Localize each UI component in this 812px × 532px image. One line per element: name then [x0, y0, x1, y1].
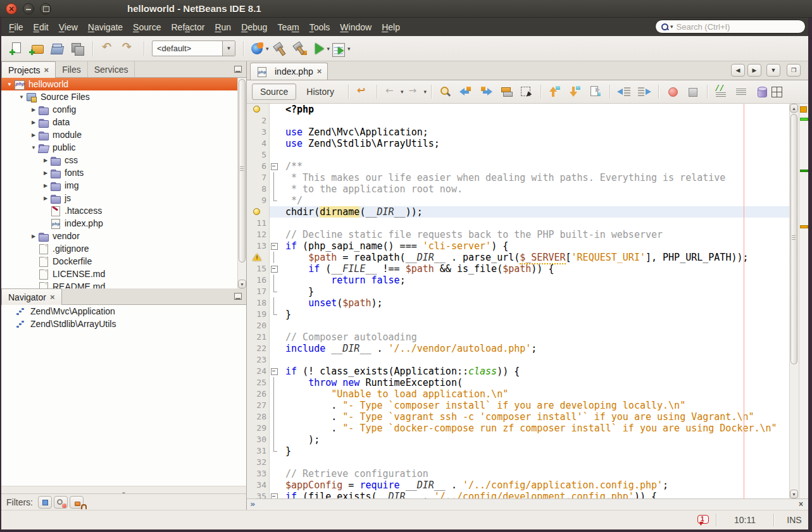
scroll-tabs-left-button[interactable]: ◀	[731, 64, 745, 77]
tree-item-helloworld[interactable]: ▼helloworld	[1, 78, 246, 90]
tree-item-data[interactable]: ▶data	[1, 116, 246, 128]
history-view-button[interactable]: History	[299, 84, 342, 99]
tree-scroll-down-button[interactable]: ▼	[238, 280, 246, 288]
gutter-line-1[interactable]	[247, 104, 270, 115]
code-line-14[interactable]: $path = realpath(__DIR__ . parse_url($_S…	[247, 252, 789, 263]
splitter-icon[interactable]	[770, 85, 784, 98]
gutter-line-23[interactable]: 23	[247, 354, 270, 366]
tree-item-img[interactable]: ▶img	[1, 179, 246, 192]
filter-show-access-modifiers-button[interactable]	[70, 496, 84, 509]
navigator-collapse-strip[interactable]: ▼	[1, 486, 246, 493]
next-bookmark-button[interactable]	[566, 82, 585, 101]
code-fold-toggle[interactable]	[270, 161, 278, 172]
shift-line-left-button[interactable]	[615, 82, 634, 101]
build-button[interactable]	[270, 39, 289, 58]
undo-button[interactable]	[99, 39, 118, 58]
configuration-combo[interactable]: <default>▼	[152, 40, 235, 56]
code-line-22[interactable]: 22include __DIR__ . '/../vendor/autoload…	[247, 343, 789, 354]
gutter-line-2[interactable]: 2	[247, 115, 270, 127]
new-project-button[interactable]	[27, 39, 46, 58]
editor-scroll-down-button[interactable]: ▼	[790, 490, 798, 498]
code-fold-toggle[interactable]	[270, 491, 278, 498]
breadcrumb-close-icon[interactable]: ×	[799, 500, 803, 509]
code-line-21[interactable]: 21// Composer autoloading	[247, 331, 789, 343]
collapsed-arrow-icon[interactable]: ▶	[41, 170, 50, 176]
stripe-mark-green-small[interactable]	[800, 170, 808, 172]
open-project-button[interactable]	[47, 39, 66, 58]
code-area[interactable]: <?php23use Zend\Mvc\Application;4use Zen…	[247, 104, 789, 498]
rectangular-selection-button[interactable]	[517, 82, 536, 101]
close-icon[interactable]: ×	[50, 294, 55, 300]
editor-scrollbar[interactable]: ▲ ▼	[789, 104, 799, 498]
quick-search-box[interactable]: ▾	[655, 20, 806, 34]
close-icon[interactable]: ×	[44, 67, 49, 73]
debug-button[interactable]: ▾	[331, 39, 351, 58]
scroll-tabs-right-button[interactable]: ▶	[747, 64, 761, 77]
filter-sort-by-source-button[interactable]	[54, 496, 68, 509]
clean-build-button[interactable]	[290, 39, 309, 58]
menu-view[interactable]: View	[54, 20, 83, 35]
editor-scroll-up-button[interactable]: ▲	[790, 104, 798, 113]
start-macro-recording-button[interactable]	[663, 82, 682, 101]
gutter-line-21[interactable]: 21	[247, 331, 270, 343]
tree-item-dockerfile[interactable]: Dockerfile	[1, 255, 246, 268]
code-line-31[interactable]: 31}	[247, 445, 789, 457]
redo-button[interactable]	[119, 39, 138, 58]
hint-bulb-icon[interactable]	[253, 208, 260, 215]
search-input[interactable]	[677, 22, 790, 32]
code-line-32[interactable]: 32	[247, 457, 789, 468]
gutter-line-32[interactable]: 32	[247, 457, 270, 468]
gutter-line-8[interactable]: 8	[247, 183, 270, 195]
tree-item-fonts[interactable]: ▶fonts	[1, 166, 246, 179]
gutter-line-4[interactable]: 4	[247, 138, 270, 149]
stripe-mark-warning[interactable]	[800, 225, 808, 228]
toggle-bookmark-button[interactable]	[586, 82, 605, 101]
find-previous-button[interactable]	[456, 82, 475, 101]
code-line-17[interactable]: 17 }	[247, 286, 789, 297]
menu-window[interactable]: Window	[335, 20, 377, 35]
gutter-line-27[interactable]: 27	[247, 400, 270, 411]
expanded-arrow-icon[interactable]: ▼	[17, 94, 26, 100]
tab-index-php[interactable]: index.php ×	[250, 63, 328, 80]
gutter-line-7[interactable]: 7	[247, 172, 270, 183]
collapsed-arrow-icon[interactable]: ▶	[41, 195, 50, 201]
tree-item--gitignore[interactable]: .gitignore	[1, 242, 246, 255]
gutter-line-29[interactable]: 29	[247, 423, 270, 434]
comment-button[interactable]	[712, 82, 731, 101]
gutter-line-10[interactable]	[247, 206, 270, 218]
menu-debug[interactable]: Debug	[236, 20, 272, 35]
code-line-13[interactable]: 13if (php_sapi_name() === 'cli-server') …	[247, 240, 789, 252]
expanded-arrow-icon[interactable]: ▼	[29, 145, 38, 151]
window-minimize-button[interactable]	[23, 3, 34, 15]
code-line-2[interactable]: 2	[247, 115, 789, 127]
gutter-line-34[interactable]: 34	[247, 479, 270, 491]
menu-team[interactable]: Team	[272, 20, 304, 35]
collapsed-arrow-icon[interactable]: ▶	[29, 107, 38, 113]
error-stripe[interactable]	[799, 104, 808, 498]
gutter-line-5[interactable]: 5	[247, 149, 270, 161]
collapsed-arrow-icon[interactable]: ▶	[29, 132, 38, 138]
gutter-line-19[interactable]: 19	[247, 309, 270, 320]
tab-services[interactable]: Services	[88, 61, 135, 77]
gutter-line-25[interactable]: 25	[247, 377, 270, 388]
browser-button[interactable]: ▾	[249, 39, 269, 58]
code-line-9[interactable]: 9 */	[247, 195, 789, 206]
code-fold-toggle[interactable]	[270, 240, 278, 252]
save-all-button[interactable]	[68, 39, 87, 58]
code-line-15[interactable]: 15 if (__FILE__ !== $path && is_file($pa…	[247, 263, 789, 275]
back-button[interactable]: ▾	[382, 82, 404, 101]
menu-tools[interactable]: Tools	[304, 20, 335, 35]
gutter-line-30[interactable]: 30	[247, 434, 270, 445]
run-button[interactable]: ▾	[311, 39, 330, 58]
close-icon[interactable]: ×	[317, 68, 322, 75]
navigator-item[interactable]: Zend\Stdlib\ArrayUtils	[1, 318, 246, 330]
menu-edit[interactable]: Edit	[28, 20, 54, 35]
tree-item-module[interactable]: ▶module	[1, 128, 246, 141]
find-selection-button[interactable]	[436, 82, 455, 101]
previous-bookmark-button[interactable]	[546, 82, 565, 101]
gutter-line-31[interactable]: 31	[247, 445, 270, 457]
code-line-24[interactable]: 24if (! class_exists(Application::class)…	[247, 366, 789, 377]
tree-item-config[interactable]: ▶config	[1, 103, 246, 116]
menu-run[interactable]: Run	[209, 20, 236, 35]
file-status-warning-box[interactable]	[800, 106, 807, 113]
